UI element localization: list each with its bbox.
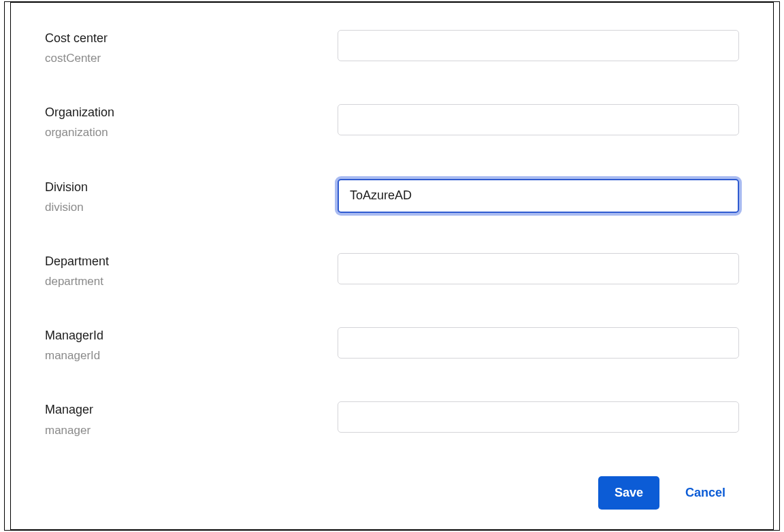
field-sublabel: managerId <box>45 348 338 363</box>
field-row-department: Department department <box>45 253 739 289</box>
form-panel: Cost center costCenter Organization orga… <box>10 2 774 530</box>
input-wrapper <box>338 401 739 433</box>
field-row-cost-center: Cost center costCenter <box>45 30 739 66</box>
field-sublabel: costCenter <box>45 51 338 66</box>
action-buttons: Save Cancel <box>45 476 739 510</box>
field-label: ManagerId <box>45 327 338 344</box>
field-label: Manager <box>45 401 338 418</box>
input-wrapper <box>338 104 739 135</box>
field-sublabel: manager <box>45 423 338 438</box>
label-group: Organization organization <box>45 104 338 140</box>
field-sublabel: organization <box>45 125 338 140</box>
field-row-manager-id: ManagerId managerId <box>45 327 739 363</box>
manager-id-input[interactable] <box>338 327 739 359</box>
organization-input[interactable] <box>338 104 739 135</box>
input-wrapper <box>338 179 739 213</box>
label-group: Manager manager <box>45 401 338 437</box>
window-frame: Cost center costCenter Organization orga… <box>4 1 780 531</box>
label-group: ManagerId managerId <box>45 327 338 363</box>
field-row-manager: Manager manager <box>45 401 739 437</box>
input-wrapper <box>338 253 739 284</box>
save-button[interactable]: Save <box>598 476 659 510</box>
field-row-organization: Organization organization <box>45 104 739 140</box>
input-wrapper <box>338 327 739 359</box>
cost-center-input[interactable] <box>338 30 739 61</box>
input-wrapper <box>338 30 739 61</box>
field-label: Cost center <box>45 30 338 47</box>
division-input[interactable] <box>338 179 739 213</box>
department-input[interactable] <box>338 253 739 284</box>
field-label: Organization <box>45 104 338 121</box>
manager-input[interactable] <box>338 401 739 433</box>
field-sublabel: division <box>45 200 338 215</box>
field-row-division: Division division <box>45 179 739 215</box>
field-label: Department <box>45 253 338 270</box>
label-group: Department department <box>45 253 338 289</box>
field-sublabel: department <box>45 274 338 289</box>
label-group: Division division <box>45 179 338 215</box>
cancel-button[interactable]: Cancel <box>685 486 725 500</box>
label-group: Cost center costCenter <box>45 30 338 66</box>
field-label: Division <box>45 179 338 196</box>
